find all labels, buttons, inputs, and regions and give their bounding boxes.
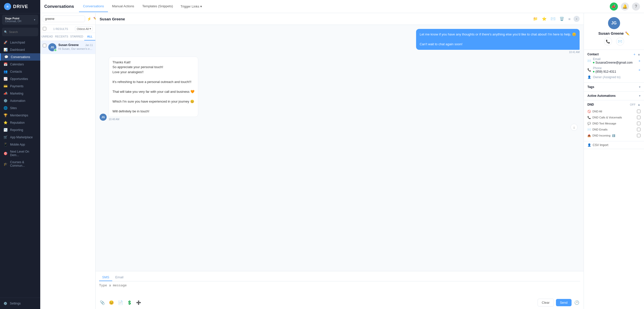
sidebar-item-automation[interactable]: ⚙️ Automation	[0, 97, 40, 104]
topbar-icons: 📣 🔔 ?	[610, 3, 640, 11]
owner-icon: 👤	[587, 75, 591, 79]
conv-search-input[interactable]	[43, 16, 85, 22]
filter-icon[interactable]: ⚡	[87, 16, 92, 21]
star-icon[interactable]: ⭐	[541, 16, 548, 22]
sidebar-label-next-level: Next Level On Dem...	[10, 150, 37, 157]
sidebar-item-mobile-app[interactable]: 📱 Mobile App	[0, 141, 40, 148]
sidebar-item-contacts[interactable]: 👥 Contacts	[0, 68, 40, 75]
email-icon[interactable]: ✉️	[550, 16, 556, 22]
attach-icon[interactable]: 📎	[99, 299, 106, 306]
bell-button[interactable]: 🔔	[621, 3, 629, 11]
filter-lines-icon[interactable]: ≡	[567, 16, 572, 22]
contact-section-header[interactable]: Contact + ▲	[587, 52, 640, 56]
tab-manual-actions[interactable]: Manual Actions	[108, 1, 138, 12]
select-all-checkbox[interactable]	[43, 27, 46, 30]
sidebar-item-dashboard[interactable]: 📊 Dashboard	[0, 46, 40, 53]
clear-button[interactable]: Clear	[538, 299, 554, 306]
send-button[interactable]: Send	[556, 299, 572, 306]
chevron-down-icon: ▾	[639, 94, 640, 98]
list-item[interactable]: JG @ Susan Greene Jan 11 Hi Susan, Our w…	[40, 41, 95, 54]
message-time: 10:48 AM	[109, 118, 198, 121]
sidebar-nav: 🚀 Launchpad 📊 Dashboard 💬 Conversations …	[0, 38, 40, 298]
phone-button[interactable]: 📞	[604, 37, 612, 46]
conv-tab-recents[interactable]: RECENTS	[54, 33, 69, 40]
compose-area: SMS Email 📎 😊 📄 💲 ➕ Clear Send 🕐	[96, 271, 584, 309]
sidebar-item-next-level[interactable]: 🎯 Next Level On Dem...	[0, 148, 40, 159]
dnd-incoming-label: DND Incoming	[592, 134, 611, 137]
sidebar-item-reputation[interactable]: ⭐ Reputation	[0, 119, 40, 126]
scroll-down-button[interactable]: ↓	[571, 124, 578, 131]
edit-contact-button[interactable]: ✏️	[625, 31, 629, 35]
compose-input[interactable]	[99, 283, 580, 296]
logo-area: n DRIVE	[0, 0, 40, 13]
conv-tabs: UNREAD RECENTS STARRED ALL	[40, 33, 95, 41]
email-field-row: ✉️ Email SusanaGreene@gmail.com +	[587, 56, 640, 65]
compose-tab-email[interactable]: Email	[112, 274, 127, 281]
folder-icon[interactable]: 📁	[532, 16, 539, 22]
dnd-text-icon: 💬	[587, 122, 591, 125]
sort-button[interactable]: Oldest-All ▾	[75, 26, 93, 31]
notification-green-button[interactable]: 📣	[610, 3, 618, 11]
sidebar-search[interactable]: 🔍 ⌘K ⚡	[2, 28, 38, 36]
sidebar-item-memberships[interactable]: 🏆 Memberships	[0, 112, 40, 119]
dnd-calls-icon: 📞	[587, 116, 591, 119]
mobile-app-icon: 📱	[4, 143, 8, 146]
sidebar-item-sites[interactable]: 🌐 Sites	[0, 104, 40, 112]
search-input[interactable]	[9, 30, 44, 33]
person-icon: 👤	[587, 143, 591, 147]
add-icon[interactable]: ➕	[135, 299, 142, 306]
chevron-up-icon[interactable]: ▲	[637, 103, 640, 106]
sidebar-item-app-marketplace[interactable]: 🛒 App Marketplace	[0, 134, 40, 141]
add-email-button[interactable]: +	[638, 59, 640, 63]
dnd-all-label: DND All	[592, 110, 602, 113]
dnd-calls-checkbox[interactable]	[637, 116, 640, 119]
csv-import-item: 👤 CSV Import	[584, 141, 644, 149]
emoji-icon[interactable]: 😊	[108, 299, 115, 306]
conv-tab-starred[interactable]: STARRED	[69, 33, 84, 40]
sidebar-item-conversations[interactable]: 💬 Conversations	[0, 53, 40, 61]
dnd-text-checkbox[interactable]	[637, 122, 640, 125]
document-icon[interactable]: 📄	[117, 299, 124, 306]
sidebar-item-launchpad[interactable]: 🚀 Launchpad	[0, 39, 40, 46]
add-contact-button[interactable]: +	[633, 52, 635, 56]
sidebar-item-courses[interactable]: 🎓 Courses & Commun...	[0, 159, 40, 169]
sidebar-item-settings[interactable]: ⚙️ Settings	[2, 300, 38, 307]
sidebar-item-reporting[interactable]: 📉 Reporting	[0, 126, 40, 134]
conv-checkbox[interactable]	[43, 44, 46, 47]
sidebar-label-conversations: Conversations	[11, 55, 30, 59]
dnd-incoming-checkbox[interactable]	[637, 134, 640, 137]
tab-conversations[interactable]: Conversations	[79, 1, 108, 12]
dnd-incoming-icon: 📥	[587, 134, 591, 137]
reputation-icon: ⭐	[4, 121, 8, 124]
help-button[interactable]: ?	[632, 3, 640, 11]
workspace-selector[interactable]: Sage Point Cincinnati, OH ▾	[2, 15, 38, 25]
avatar: JG	[100, 114, 107, 121]
dnd-emails-checkbox[interactable]	[637, 128, 640, 131]
compose-actions: Clear Send 🕐	[538, 299, 580, 306]
add-phone-button[interactable]: +	[638, 68, 640, 72]
conv-tab-unread[interactable]: UNREAD	[40, 33, 54, 40]
trash-icon[interactable]: 🗑️	[558, 16, 565, 22]
phone-icon: 📞	[587, 68, 591, 72]
sidebar-item-opportunities[interactable]: 📈 Opportunities	[0, 75, 40, 82]
email-button[interactable]: ✉️	[616, 37, 624, 46]
tags-section-header[interactable]: Tags ▾	[587, 85, 640, 89]
schedule-icon[interactable]: 🕐	[574, 299, 580, 306]
expand-button[interactable]: ›	[574, 16, 580, 22]
tab-trigger-links[interactable]: Trigger Links ▾	[177, 1, 206, 12]
chat-header-icons: 📁 ⭐ ✉️ 🗑️ ≡ ›	[532, 16, 580, 22]
conv-list: JG @ Susan Greene Jan 11 Hi Susan, Our w…	[40, 41, 95, 309]
content-area: ⚡ ✏️ 1 RESULTS Oldest-All ▾ UNREAD RECEN…	[40, 13, 644, 309]
compose-tab-sms[interactable]: SMS	[99, 274, 112, 281]
sidebar-item-payments[interactable]: 💳 Payments	[0, 82, 40, 90]
conv-date: Jan 11	[85, 44, 93, 47]
conv-tab-all[interactable]: ALL	[84, 33, 95, 40]
automations-section-header[interactable]: Active Automations ▾	[587, 94, 640, 98]
dollar-icon[interactable]: 💲	[126, 299, 133, 306]
csv-import-label: 👤 CSV Import	[587, 143, 608, 147]
dnd-all-checkbox[interactable]	[637, 110, 640, 113]
dnd-calls-item: 📞 DND Calls & Voicemails	[587, 114, 640, 120]
sidebar-item-marketing[interactable]: 📣 Marketing	[0, 90, 40, 97]
sidebar-item-calendars[interactable]: 📅 Calendars	[0, 61, 40, 68]
tab-templates[interactable]: Templates (Snippets)	[138, 1, 177, 12]
